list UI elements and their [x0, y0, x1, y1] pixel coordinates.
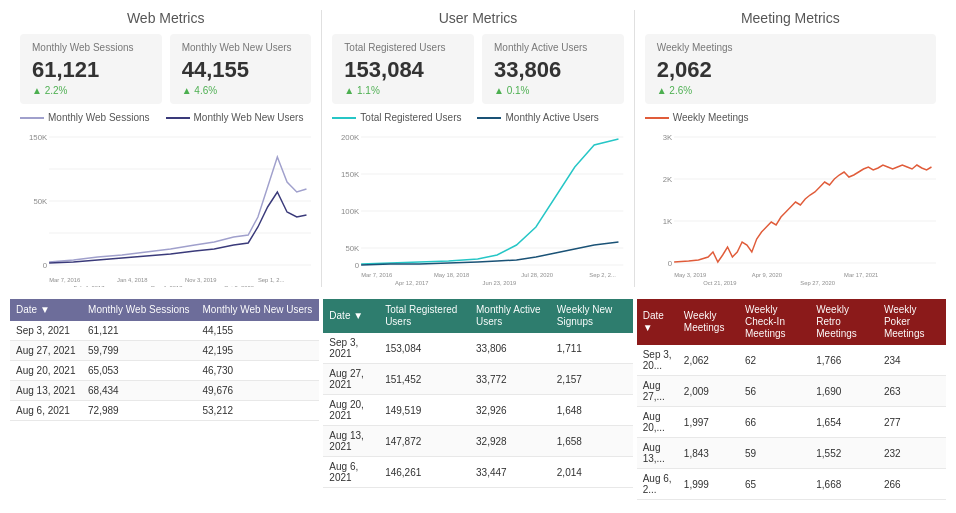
web-new-users-change: ▲ 4.6%: [182, 85, 300, 96]
total-users-value: 153,084: [344, 57, 462, 83]
table-row: Aug 20, 2021 149,519 32,926 1,648: [323, 395, 632, 426]
cell-active: 33,806: [470, 333, 551, 364]
meeting-col-retro[interactable]: Weekly Retro Meetings: [810, 299, 878, 345]
cell-new-users: 42,195: [196, 341, 319, 361]
meeting-col-date[interactable]: Date ▼: [637, 299, 678, 345]
cell-new-users: 53,212: [196, 401, 319, 421]
user-chart-legend: Total Registered Users Monthly Active Us…: [332, 112, 623, 123]
cell-date: Sep 3, 20...: [637, 345, 678, 376]
cell-active: 32,926: [470, 395, 551, 426]
web-table-section: Date ▼ Monthly Web Sessions Monthly Web …: [10, 299, 319, 500]
user-table-body: Sep 3, 2021 153,084 33,806 1,711 Aug 27,…: [323, 333, 632, 488]
web-chart: 150K 50K 0 Mar 7, 2016 Jan 4, 2018 Nov 3…: [20, 127, 311, 287]
table-row: Aug 6, 2021 146,261 33,447 2,014: [323, 457, 632, 488]
web-chart-svg: 150K 50K 0 Mar 7, 2016 Jan 4, 2018 Nov 3…: [20, 127, 311, 287]
web-chart-legend: Monthly Web Sessions Monthly Web New Use…: [20, 112, 311, 123]
active-users-value: 33,806: [494, 57, 612, 83]
svg-text:3K: 3K: [662, 133, 672, 142]
meeting-table-header-row: Date ▼ Weekly Meetings Weekly Check-In M…: [637, 299, 946, 345]
meeting-col-poker[interactable]: Weekly Poker Meetings: [878, 299, 946, 345]
svg-text:Jan 4, 2018: Jan 4, 2018: [117, 277, 148, 283]
cell-date: Aug 27,...: [637, 376, 678, 407]
cell-weekly: 1,843: [678, 438, 739, 469]
web-legend-new-users: Monthly Web New Users: [166, 112, 304, 123]
cell-retro: 1,766: [810, 345, 878, 376]
meeting-table-section: Date ▼ Weekly Meetings Weekly Check-In M…: [637, 299, 946, 500]
web-col-new-users[interactable]: Monthly Web New Users: [196, 299, 319, 321]
table-row: Sep 3, 2021 61,121 44,155: [10, 321, 319, 341]
svg-text:Apr 12, 2017: Apr 12, 2017: [395, 280, 428, 286]
cell-weekly: 2,009: [678, 376, 739, 407]
cell-poker: 232: [878, 438, 946, 469]
svg-text:Oct 21, 2019: Oct 21, 2019: [703, 280, 736, 286]
total-users-card: Total Registered Users 153,084 ▲ 1.1%: [332, 34, 474, 104]
table-row: Aug 20,... 1,997 66 1,654 277: [637, 407, 946, 438]
web-metrics-section: Web Metrics Monthly Web Sessions 61,121 …: [10, 10, 321, 287]
svg-text:Oct 2, 2020: Oct 2, 2020: [224, 285, 255, 287]
cell-date: Aug 20, 2021: [10, 361, 82, 381]
svg-text:Sep 27, 2020: Sep 27, 2020: [800, 280, 835, 286]
web-legend-new-users-line: [166, 117, 190, 119]
svg-text:50K: 50K: [346, 244, 361, 253]
user-table: Date ▼ Total Registered Users Monthly Ac…: [323, 299, 632, 488]
web-col-sessions[interactable]: Monthly Web Sessions: [82, 299, 196, 321]
svg-text:May 3, 2019: May 3, 2019: [674, 272, 706, 278]
cell-checkin: 56: [739, 376, 810, 407]
svg-text:Apr 9, 2020: Apr 9, 2020: [751, 272, 782, 278]
cell-date: Aug 6, 2021: [323, 457, 379, 488]
web-legend-sessions-label: Monthly Web Sessions: [48, 112, 150, 123]
user-col-active[interactable]: Monthly Active Users: [470, 299, 551, 333]
weekly-meetings-change: ▲ 2.6%: [657, 85, 924, 96]
table-row: Aug 27, 2021 59,799 42,195: [10, 341, 319, 361]
cell-new-users: 49,676: [196, 381, 319, 401]
cell-date: Aug 6, 2...: [637, 469, 678, 500]
web-sessions-card: Monthly Web Sessions 61,121 ▲ 2.2%: [20, 34, 162, 104]
svg-text:May 18, 2018: May 18, 2018: [434, 272, 470, 278]
table-row: Sep 3, 20... 2,062 62 1,766 234: [637, 345, 946, 376]
cell-signups: 1,648: [551, 395, 633, 426]
cell-checkin: 62: [739, 345, 810, 376]
cell-signups: 2,014: [551, 457, 633, 488]
meeting-legend-weekly: Weekly Meetings: [645, 112, 749, 123]
meeting-chart-svg: 3K 2K 1K 0 May 3, 2019 Apr 9, 2020 Mar 1…: [645, 127, 936, 287]
weekly-meetings-label: Weekly Meetings: [657, 42, 924, 53]
cell-weekly: 1,999: [678, 469, 739, 500]
web-new-users-card: Monthly Web New Users 44,155 ▲ 4.6%: [170, 34, 312, 104]
web-table-header-row: Date ▼ Monthly Web Sessions Monthly Web …: [10, 299, 319, 321]
web-new-users-value: 44,155: [182, 57, 300, 83]
cell-date: Aug 27, 2021: [10, 341, 82, 361]
user-col-total[interactable]: Total Registered Users: [379, 299, 470, 333]
cell-weekly: 1,997: [678, 407, 739, 438]
weekly-meetings-value: 2,062: [657, 57, 924, 83]
web-col-date[interactable]: Date ▼: [10, 299, 82, 321]
svg-text:Feb 4, 2017: Feb 4, 2017: [73, 285, 104, 287]
cell-retro: 1,690: [810, 376, 878, 407]
cell-poker: 277: [878, 407, 946, 438]
user-col-date[interactable]: Date ▼: [323, 299, 379, 333]
user-table-section: Date ▼ Total Registered Users Monthly Ac…: [323, 299, 632, 500]
svg-text:150K: 150K: [341, 170, 360, 179]
cell-retro: 1,668: [810, 469, 878, 500]
svg-text:200K: 200K: [341, 133, 360, 142]
cell-poker: 234: [878, 345, 946, 376]
svg-text:150K: 150K: [29, 133, 48, 142]
web-table: Date ▼ Monthly Web Sessions Monthly Web …: [10, 299, 319, 421]
meeting-table: Date ▼ Weekly Meetings Weekly Check-In M…: [637, 299, 946, 500]
table-row: Aug 6, 2021 72,989 53,212: [10, 401, 319, 421]
cell-sessions: 61,121: [82, 321, 196, 341]
svg-text:Jun 23, 2019: Jun 23, 2019: [483, 280, 517, 286]
table-row: Aug 27, 2021 151,452 33,772 2,157: [323, 364, 632, 395]
active-users-card: Monthly Active Users 33,806 ▲ 0.1%: [482, 34, 624, 104]
table-row: Aug 13, 2021 147,872 32,928 1,658: [323, 426, 632, 457]
svg-text:Nov 3, 2019: Nov 3, 2019: [185, 277, 216, 283]
user-col-signups[interactable]: Weekly New Signups: [551, 299, 633, 333]
meeting-table-body: Sep 3, 20... 2,062 62 1,766 234 Aug 27,.…: [637, 345, 946, 500]
cell-date: Aug 13,...: [637, 438, 678, 469]
total-users-change: ▲ 1.1%: [344, 85, 462, 96]
cell-sessions: 68,434: [82, 381, 196, 401]
web-legend-sessions: Monthly Web Sessions: [20, 112, 150, 123]
cell-new-users: 46,730: [196, 361, 319, 381]
meeting-col-weekly[interactable]: Weekly Meetings: [678, 299, 739, 345]
meeting-col-checkin[interactable]: Weekly Check-In Meetings: [739, 299, 810, 345]
user-chart-svg: 200K 150K 100K 50K 0 Mar 7, 2016 May 18,…: [332, 127, 623, 287]
